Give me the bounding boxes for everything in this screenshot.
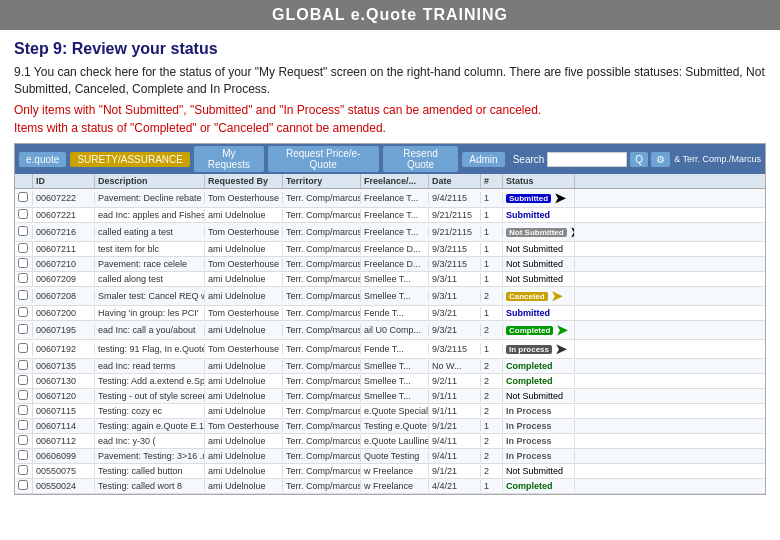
table-row: 00550075 Testing: called button ami Udel… [15,464,765,479]
row-status: Completed [503,480,575,492]
row-checkbox[interactable] [18,450,28,460]
row-status: In Process [503,420,575,432]
row-num: 2 [481,435,503,447]
row-date: 9/1/11 [429,390,481,402]
settings-button[interactable]: ⚙ [651,152,670,167]
user-info: & Terr. Comp./Marcus [674,154,761,164]
table-row: 00607211 test item for blc ami Udelnolue… [15,242,765,257]
col-status: Status [503,174,575,188]
row-checkbox[interactable] [18,307,28,317]
row-status: Not Submitted [503,273,575,285]
row-checkbox[interactable] [18,465,28,475]
row-desc: Testing: cozy ec [95,405,205,417]
search-input[interactable] [547,152,627,167]
table-row: 00607208 Smaler test: Cancel REQ w/ mino… [15,287,765,306]
row-checkbox[interactable] [18,290,28,300]
row-ter: Terr. Comp/marcus [283,435,361,447]
row-id: 00607114 [33,420,95,432]
row-checkbox[interactable] [18,405,28,415]
row-desc: Testing: called wort 8 [95,480,205,492]
row-date: 9/3/21 [429,324,481,336]
row-id: 00607216 [33,226,95,238]
col-id: ID [33,174,95,188]
row-checkbox[interactable] [18,258,28,268]
row-req: ami Udelnolue [205,243,283,255]
tab-resend-quote[interactable]: Resend Quote [383,146,459,172]
row-free: Freelance T... [361,226,429,238]
row-date: 9/21/2115 [429,209,481,221]
row-num: 1 [481,343,503,355]
row-ter: Terr. Comp/marcus [283,324,361,336]
row-req: ami Udelnolue [205,324,283,336]
row-desc: Testing: called button [95,465,205,477]
row-status: In Process [503,450,575,462]
row-checkbox[interactable] [18,243,28,253]
row-ter: Terr. Comp/marcus [283,243,361,255]
col-checkbox [15,174,33,188]
row-date: 9/3/11 [429,273,481,285]
row-free: w Freelance [361,480,429,492]
search-area: Search Q ⚙ [513,152,670,167]
row-num: 2 [481,360,503,372]
row-checkbox[interactable] [18,390,28,400]
row-date: 9/3/11 [429,290,481,302]
row-checkbox[interactable] [18,480,28,490]
row-checkbox[interactable] [18,375,28,385]
row-req: ami Udelnolue [205,465,283,477]
tab-my-requests[interactable]: My Requests [194,146,264,172]
tab-surety[interactable]: SURETY/ASSURANCE [70,152,190,167]
row-req: Tom Oesterhouse [205,192,283,204]
row-ter: Terr. Comp/marcus [283,360,361,372]
row-checkbox[interactable] [18,192,28,202]
row-date: 9/3/2115 [429,258,481,270]
row-free: ail U0 Comp... [361,324,429,336]
row-num: 2 [481,390,503,402]
row-ter: Terr. Comp/marcus [283,290,361,302]
row-desc: ead Inc: call a you/about [95,324,205,336]
row-checkbox[interactable] [18,435,28,445]
row-desc: Having 'in group: les PCI' [95,307,205,319]
row-req: ami Udelnolue [205,450,283,462]
row-ter: Terr. Comp/marcus [283,258,361,270]
tab-admin[interactable]: Admin [462,152,504,167]
table-row: 00606099 Pavement: Testing: 3>16 .net T … [15,449,765,464]
row-checkbox[interactable] [18,226,28,236]
highlight-text-2: Items with a status of "Completed" or "C… [14,120,766,137]
row-desc: Smaler test: Cancel REQ w/ minor [95,290,205,302]
row-checkbox[interactable] [18,209,28,219]
row-checkbox[interactable] [18,273,28,283]
row-checkbox[interactable] [18,324,28,334]
col-territory: Territory [283,174,361,188]
tab-request-price[interactable]: Request Price/e-Quote [268,146,379,172]
table-row: 00607115 Testing: cozy ec ami Udelnolue … [15,404,765,419]
row-checkbox[interactable] [18,420,28,430]
row-ter: Terr. Comp/marcus [283,465,361,477]
tab-equote[interactable]: e.quote [19,152,66,167]
row-ter: Terr. Comp/marcus [283,405,361,417]
row-num: 1 [481,243,503,255]
row-id: 00607221 [33,209,95,221]
row-ter: Terr. Comp/marcus [283,226,361,238]
row-status: In Process [503,405,575,417]
row-date: 9/3/2115 [429,243,481,255]
row-id: 00607112 [33,435,95,447]
column-headers: ID Description Requested By Territory Fr… [15,174,765,189]
search-button[interactable]: Q [630,152,648,167]
row-num: 1 [481,480,503,492]
row-free: Fende T... [361,307,429,319]
col-requested-by: Requested By [205,174,283,188]
row-checkbox[interactable] [18,360,28,370]
table-row: 00607210 Pavement: race celele Tom Oeste… [15,257,765,272]
row-free: Freelance D... [361,243,429,255]
row-status: Submitted [503,209,575,221]
row-req: ami Udelnolue [205,290,283,302]
row-free: e.Quote Specials [361,405,429,417]
table-topbar: e.quote SURETY/ASSURANCE My Requests Req… [15,144,765,174]
row-date: 9/1/21 [429,420,481,432]
row-num: 2 [481,324,503,336]
row-checkbox[interactable] [18,343,28,353]
row-id: 00607192 [33,343,95,355]
row-id: 00607211 [33,243,95,255]
data-table: 00607222 Pavement: Decline rebate Tom Oe… [15,189,765,494]
table-row: 00607112 ead Inc: y-30 ( ami Udelnolue T… [15,434,765,449]
